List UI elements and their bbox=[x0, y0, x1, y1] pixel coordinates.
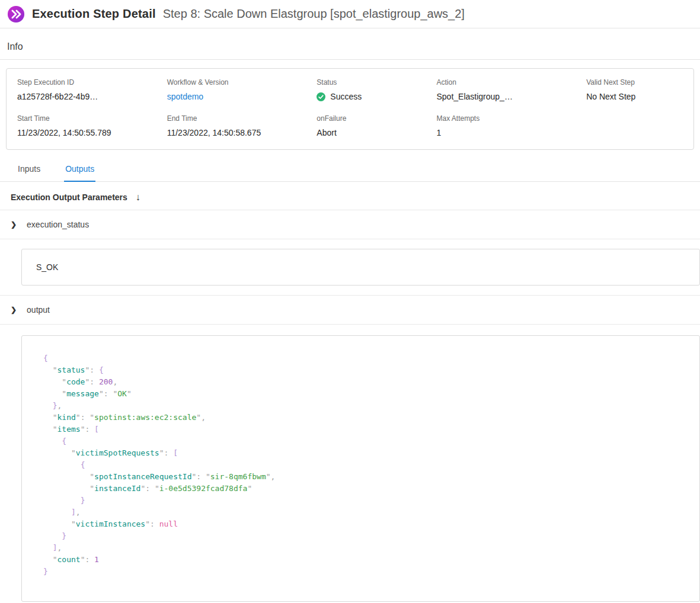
info-card: Step Execution ID a125728f-6b22-4b9… Wor… bbox=[6, 68, 694, 150]
execution-status-value-box: S_OK bbox=[21, 249, 700, 286]
field-label: End Time bbox=[167, 114, 317, 123]
step-execution-id-value: a125728f-6b22-4b9… bbox=[17, 92, 167, 101]
field-start-time: Start Time 11/23/2022, 14:50:55.789 bbox=[17, 114, 167, 137]
param-name: execution_status bbox=[27, 220, 89, 229]
field-label: Status bbox=[317, 78, 436, 86]
tab-inputs[interactable]: Inputs bbox=[17, 163, 41, 181]
status-badge: Success bbox=[330, 92, 362, 101]
field-max-attempts: Max Attempts 1 bbox=[436, 114, 586, 137]
success-check-icon bbox=[317, 92, 325, 101]
chevron-right-icon[interactable]: ❯ bbox=[11, 306, 17, 314]
field-end-time: End Time 11/23/2022, 14:50:58.675 bbox=[167, 114, 317, 137]
field-label: Max Attempts bbox=[436, 114, 586, 123]
field-status: Status Success bbox=[317, 78, 436, 101]
output-parameters-title: Execution Output Parameters bbox=[11, 193, 127, 202]
itential-logo-icon bbox=[7, 5, 25, 23]
param-row-output[interactable]: ❯ output bbox=[0, 295, 700, 325]
expand-all-icon[interactable]: ↓ bbox=[136, 193, 140, 202]
execution-status-value: S_OK bbox=[36, 262, 58, 272]
max-attempts-value: 1 bbox=[436, 128, 586, 137]
param-row-execution-status[interactable]: ❯ execution_status bbox=[0, 210, 700, 239]
tab-outputs[interactable]: Outputs bbox=[64, 163, 95, 182]
field-label: Action bbox=[436, 78, 586, 86]
start-time-value: 11/23/2022, 14:50:55.789 bbox=[17, 128, 167, 137]
chevron-right-icon[interactable]: ❯ bbox=[11, 220, 17, 229]
field-valid-next-step: Valid Next Step No Next Step bbox=[586, 78, 683, 101]
workflow-link[interactable]: spotdemo bbox=[167, 92, 203, 101]
field-label: Valid Next Step bbox=[586, 78, 683, 86]
field-label: Workflow & Version bbox=[167, 78, 317, 86]
page-subtitle: Step 8: Scale Down Elastgroup [spot_elas… bbox=[163, 7, 465, 21]
inputs-outputs-tabs: Inputs Outputs bbox=[0, 152, 700, 182]
field-on-failure: onFailure Abort bbox=[317, 114, 436, 137]
output-json-code: { "status": { "code": 200, "message": "O… bbox=[43, 352, 678, 578]
field-action: Action Spot_Elastigroup_… bbox=[436, 78, 586, 101]
param-name: output bbox=[27, 305, 50, 315]
info-section-label: Info bbox=[0, 28, 700, 60]
page-title: Execution Step Detail bbox=[32, 7, 156, 21]
field-label: Start Time bbox=[17, 114, 167, 123]
on-failure-value: Abort bbox=[317, 128, 436, 137]
field-label: onFailure bbox=[317, 114, 436, 123]
field-label: Step Execution ID bbox=[17, 78, 167, 86]
page-header: Execution Step Detail Step 8: Scale Down… bbox=[0, 0, 700, 28]
valid-next-step-value: No Next Step bbox=[586, 92, 683, 101]
field-workflow-version: Workflow & Version spotdemo bbox=[167, 78, 317, 101]
field-step-execution-id: Step Execution ID a125728f-6b22-4b9… bbox=[17, 78, 167, 101]
output-parameters-header: Execution Output Parameters ↓ bbox=[0, 182, 700, 210]
end-time-value: 11/23/2022, 14:50:58.675 bbox=[167, 128, 317, 137]
action-value: Spot_Elastigroup_… bbox=[436, 92, 586, 101]
output-json-box: { "status": { "code": 200, "message": "O… bbox=[21, 335, 700, 602]
